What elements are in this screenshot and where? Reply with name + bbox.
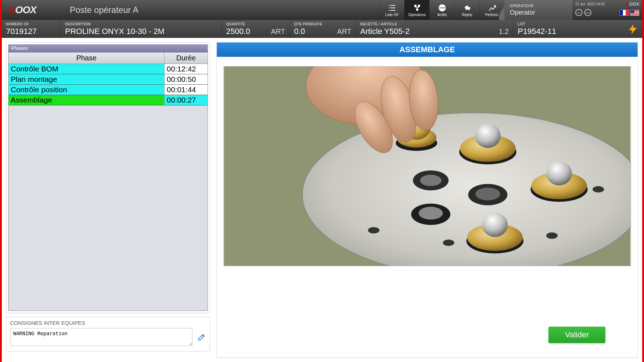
phase-duration: 00:00:27 (165, 95, 208, 105)
small-brand-logo: COOX (626, 1, 639, 7)
svg-rect-8 (416, 9, 418, 11)
validate-button[interactable]: Valider (548, 327, 605, 343)
svg-rect-2 (389, 8, 390, 8)
user-role-label: OPERATEUR (510, 4, 567, 8)
svg-rect-0 (389, 5, 390, 6)
stop-icon: STOP (438, 4, 447, 12)
svg-point-18 (419, 207, 443, 220)
phase-duration: 00:01:44 (165, 85, 208, 95)
svg-point-20 (475, 188, 501, 200)
numero-of-value: 7019127 (6, 27, 56, 36)
top-header: COOX Poste opérateur A Liste OF Opératio… (2, 0, 642, 20)
svg-point-27 (475, 124, 501, 148)
table-row[interactable]: Plan montage00:00:50 (9, 74, 208, 85)
operations-icon (413, 4, 421, 12)
recette-version: 1.2 (499, 28, 509, 36)
svg-text:STOP: STOP (439, 7, 445, 9)
reject-icon (463, 4, 472, 12)
svg-rect-3 (390, 8, 395, 8)
svg-point-33 (482, 213, 508, 237)
assembly-image (223, 66, 631, 266)
datetime: 21 avr. 2023 14:01 (575, 2, 605, 6)
list-icon (388, 4, 396, 12)
header-right: 21 avr. 2023 14:01 COOX ••• ooo (572, 0, 642, 20)
consignes-input[interactable] (10, 328, 192, 346)
consignes-panel: CONSIGNES INTER EQUIPES (6, 317, 210, 351)
svg-point-30 (546, 161, 572, 185)
svg-point-16 (420, 175, 441, 186)
nav-rejets[interactable]: Rejets (454, 0, 479, 20)
table-row[interactable]: Contrôle position00:01:44 (9, 85, 208, 95)
operation-title: ASSEMBLAGE (217, 43, 638, 57)
nav-arrets[interactable]: STOP Arrêts (429, 0, 454, 20)
phases-col-duration: Durée (165, 53, 208, 64)
svg-point-21 (368, 227, 380, 233)
svg-point-22 (443, 239, 454, 246)
flag-fr-icon[interactable] (620, 10, 629, 16)
phase-name: Plan montage (9, 74, 165, 84)
pencil-icon[interactable] (197, 333, 206, 341)
qte-produite-unit: ART (337, 28, 351, 36)
page-title: Poste opérateur A (68, 0, 138, 20)
svg-rect-7 (418, 5, 420, 7)
phase-name: Contrôle BOM (9, 64, 165, 74)
phases-panel: Phases Phase Durée Contrôle BOM00:12:42P… (6, 42, 210, 313)
consignes-label: CONSIGNES INTER EQUIPES (10, 320, 206, 326)
table-row[interactable]: Contrôle BOM00:12:42 (9, 64, 208, 74)
phases-table: Phase Durée Contrôle BOM00:12:42Plan mon… (8, 52, 208, 311)
user-area[interactable]: OPERATEUR Operator (504, 0, 572, 20)
svg-rect-5 (390, 10, 395, 11)
description-value: PROLINE ONYX 10-30 - 2M (65, 27, 217, 36)
phases-panel-title: Phases (8, 44, 208, 52)
nav-liste-of[interactable]: Liste OF (379, 0, 404, 20)
nav-buttons: Liste OF Opérations STOP Arrêts Rejets P… (379, 0, 504, 20)
svg-rect-4 (389, 10, 390, 11)
quantite-label: QUANTITE (226, 22, 285, 26)
operation-panel: ASSEMBLAGE (216, 42, 638, 358)
description-label: DESCRIPTION (65, 22, 217, 26)
quantite-value: 2500.0 (226, 27, 250, 36)
phases-col-phase: Phase (9, 53, 165, 64)
lightning-icon[interactable] (627, 23, 639, 36)
info-strip: NUMERO OF 7019127 DESCRIPTION PROLINE ON… (2, 20, 642, 38)
recette-value: Article Y505-2 (360, 27, 410, 36)
quantite-unit: ART (271, 28, 285, 36)
recette-label: RECETTE / ARTICLE (360, 22, 509, 26)
main-area: Phases Phase Durée Contrôle BOM00:12:42P… (2, 38, 642, 362)
lot-label: LOT (518, 22, 638, 26)
qte-produite-value: 0.0 (294, 27, 305, 36)
svg-point-24 (592, 186, 604, 193)
svg-rect-10 (415, 7, 419, 8)
numero-of-label: NUMERO OF (6, 22, 56, 26)
phase-name: Assemblage (9, 95, 165, 105)
svg-point-23 (546, 232, 558, 239)
flag-us-icon[interactable] (630, 10, 639, 16)
user-name: Operator (510, 9, 567, 16)
more-circle-icon[interactable]: ooo (584, 9, 591, 16)
qte-produite-label: QTE PRODUITE (294, 22, 351, 26)
nav-operations[interactable]: Opérations (404, 0, 429, 20)
phase-name: Contrôle position (9, 85, 165, 95)
table-row[interactable]: Assemblage00:00:27 (9, 95, 208, 105)
settings-circle-icon[interactable]: ••• (575, 9, 582, 16)
svg-rect-1 (390, 5, 395, 6)
phase-duration: 00:00:50 (165, 74, 208, 84)
phase-duration: 00:12:42 (165, 64, 208, 74)
chart-up-icon (488, 4, 497, 12)
lot-value: P19542-11 (518, 27, 638, 36)
svg-rect-6 (414, 5, 416, 7)
brand-logo: COOX (2, 0, 68, 20)
